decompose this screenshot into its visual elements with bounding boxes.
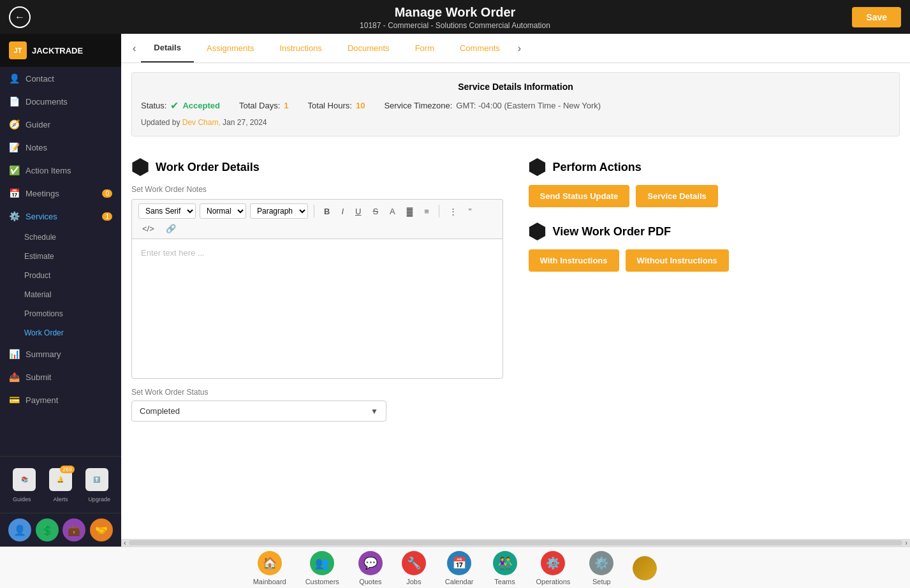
back-button[interactable]: ← <box>9 6 31 28</box>
quote-button[interactable]: " <box>465 205 476 217</box>
sidebar-item-submit[interactable]: 📤 Submit <box>0 365 121 388</box>
scroll-left-arrow[interactable]: ‹ <box>124 539 126 547</box>
highlight-button[interactable]: ▓ <box>403 205 416 217</box>
sidebar-item-meetings[interactable]: 📅 Meetings 0 <box>0 182 121 205</box>
user-person-icon[interactable]: 👤 <box>8 518 31 541</box>
more-button[interactable]: ⋮ <box>445 205 461 217</box>
user-briefcase-icon[interactable]: 💼 <box>62 518 85 541</box>
tab-next-arrow[interactable]: › <box>513 38 526 59</box>
tab-prev-arrow[interactable]: ‹ <box>128 38 141 59</box>
bottom-nav-quotes[interactable]: 💬 Quotes <box>358 551 383 585</box>
list-button[interactable]: ≡ <box>420 205 433 217</box>
sidebar-subitem-work-order[interactable]: Work Order <box>0 323 121 342</box>
bottom-nav-customers[interactable]: 👥 Customers <box>305 551 339 585</box>
sidebar-item-documents[interactable]: 📄 Documents <box>0 90 121 113</box>
code-button[interactable]: </> <box>138 223 158 235</box>
total-days-label: Total Days: <box>239 101 280 110</box>
font-select[interactable]: Sans Serif <box>138 203 196 219</box>
total-hours-info: Total Hours: 10 <box>308 101 365 110</box>
sidebar-item-contact[interactable]: 👤 Contact <box>0 67 121 90</box>
tab-instructions[interactable]: Instructions <box>267 34 334 62</box>
tab-comments[interactable]: Comments <box>447 34 513 62</box>
sidebar-item-notes[interactable]: 📝 Notes <box>0 136 121 159</box>
hex-icon-right <box>529 158 547 176</box>
service-details-button[interactable]: Service Details <box>636 185 718 207</box>
sidebar-item-summary[interactable]: 📊 Summary <box>0 342 121 365</box>
sidebar-item-label: Services <box>26 212 57 221</box>
submit-icon: 📤 <box>9 372 19 382</box>
guides-button[interactable]: 📚 <box>13 468 36 491</box>
sidebar-item-label: Documents <box>26 97 68 107</box>
tab-documents[interactable]: Documents <box>335 34 402 62</box>
guider-icon: 🧭 <box>9 119 19 129</box>
format-select[interactable]: Paragraph <box>250 203 308 219</box>
with-instructions-button[interactable]: With Instructions <box>529 249 619 272</box>
user-handshake-icon[interactable]: 🤝 <box>90 518 113 541</box>
color-button[interactable]: A <box>386 205 399 217</box>
scroll-right-arrow[interactable]: › <box>905 539 907 547</box>
underline-button[interactable]: U <box>351 205 365 217</box>
size-select[interactable]: Normal <box>200 203 246 219</box>
without-instructions-button[interactable]: Without Instructions <box>626 249 729 272</box>
sidebar-subitem-schedule[interactable]: Schedule <box>0 228 121 247</box>
wo-main-grid: Work Order Details Set Work Order Notes … <box>121 145 910 379</box>
toolbar-divider-2 <box>439 205 439 217</box>
summary-icon: 📊 <box>9 349 19 359</box>
upgrade-button[interactable]: ⬆️ <box>85 468 108 491</box>
content-area: ‹ Details Assignments Instructions Docum… <box>121 34 910 547</box>
perform-actions-header: Perform Actions <box>529 158 900 176</box>
operations-label: Operations <box>536 578 571 585</box>
timezone-label: Service Timezone: <box>384 101 452 110</box>
bottom-nav-calendar[interactable]: 📅 Calendar <box>445 551 474 585</box>
meetings-badge: 0 <box>102 189 112 198</box>
sidebar-item-label: Meetings <box>26 189 59 198</box>
tab-nav: ‹ Details Assignments Instructions Docum… <box>121 34 910 63</box>
tab-details[interactable]: Details <box>141 34 194 62</box>
sidebar-item-action-items[interactable]: ✅ Action Items <box>0 159 121 182</box>
bottom-nav-jobs[interactable]: 🔧 Jobs <box>402 551 426 585</box>
sidebar-subitem-promotions[interactable]: Promotions <box>0 304 121 323</box>
sidebar-item-label: Action Items <box>26 166 71 175</box>
bottom-nav-teams[interactable]: 👫 Teams <box>493 551 517 585</box>
sidebar-subitem-product[interactable]: Product <box>0 266 121 285</box>
sidebar-item-label: Payment <box>26 395 58 405</box>
action-buttons: Send Status Update Service Details <box>529 185 900 207</box>
sidebar-logo: JT JACKTRADE <box>0 34 121 67</box>
user-dollar-icon[interactable]: 💲 <box>36 518 59 541</box>
bottom-nav-operations[interactable]: ⚙️ Operations <box>536 551 571 585</box>
tab-form[interactable]: Form <box>402 34 447 62</box>
editor-area[interactable]: Enter text here ... <box>131 239 503 379</box>
sidebar-subitem-estimate[interactable]: Estimate <box>0 247 121 266</box>
bold-button[interactable]: B <box>320 205 334 217</box>
mainboard-icon: 🏠 <box>258 551 282 575</box>
sidebar-item-guider[interactable]: 🧭 Guider <box>0 113 121 136</box>
meetings-icon: 📅 <box>9 188 19 198</box>
quotes-icon: 💬 <box>358 551 383 575</box>
status-select[interactable]: Completed Pending Accepted In Progress <box>140 406 371 416</box>
save-button[interactable]: Save <box>852 7 901 27</box>
bottom-nav-mainboard[interactable]: 🏠 Mainboard <box>253 551 286 585</box>
user-avatar[interactable] <box>633 556 657 580</box>
pdf-section: View Work Order PDF With Instructions Wi… <box>529 223 900 272</box>
logo-text: JACKTRADE <box>32 46 83 55</box>
sidebar-item-payment[interactable]: 💳 Payment <box>0 388 121 411</box>
send-status-update-button[interactable]: Send Status Update <box>529 185 630 207</box>
alerts-label: Alerts <box>43 496 78 503</box>
italic-button[interactable]: I <box>337 205 348 217</box>
updated-text: Updated by <box>141 118 180 127</box>
link-button[interactable]: 🔗 <box>162 223 180 235</box>
sidebar-subitem-material[interactable]: Material <box>0 285 121 304</box>
documents-icon: 📄 <box>9 96 19 107</box>
bottom-nav-setup[interactable]: ⚙️ Setup <box>589 551 613 585</box>
horizontal-scrollbar[interactable]: ‹ › <box>121 539 910 547</box>
sidebar-item-services[interactable]: ⚙️ Services 1 <box>0 205 121 228</box>
customers-icon: 👥 <box>310 551 334 575</box>
view-pdf-header: View Work Order PDF <box>529 223 900 240</box>
alerts-button[interactable]: 🔔 269 <box>49 468 72 491</box>
status-label: Status: <box>141 101 166 110</box>
tab-assignments[interactable]: Assignments <box>194 34 267 62</box>
strikethrough-button[interactable]: S <box>369 205 382 217</box>
setup-icon: ⚙️ <box>589 551 613 575</box>
total-hours-value: 10 <box>356 101 365 110</box>
alerts-badge: 269 <box>60 466 75 473</box>
